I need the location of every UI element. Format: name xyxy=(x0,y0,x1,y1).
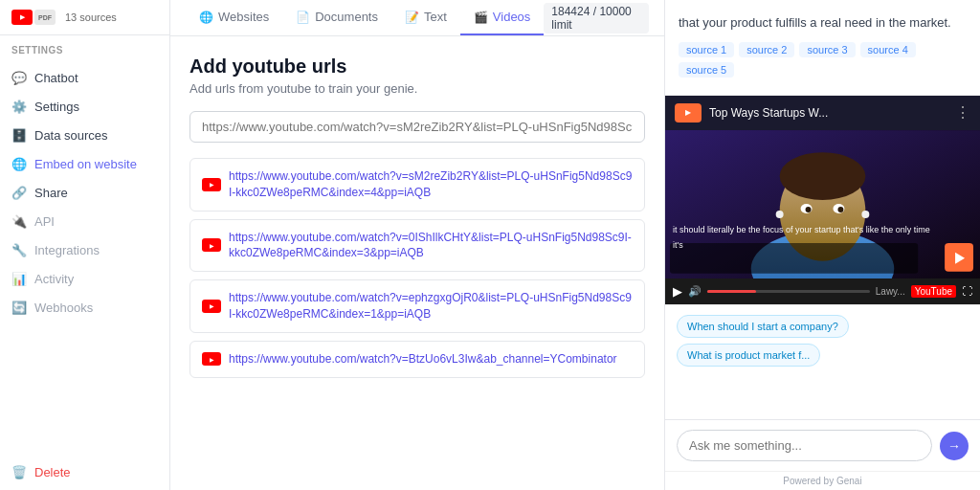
sidebar-item-share-label: Share xyxy=(34,186,68,200)
source-tag-4[interactable]: source 4 xyxy=(860,42,916,57)
chat-response-text: that your product fulfills a real need i… xyxy=(679,13,967,33)
play-button[interactable]: ▶ xyxy=(673,284,682,299)
url-input[interactable] xyxy=(189,111,645,143)
video-youtube-badge xyxy=(675,103,702,122)
url-input-container xyxy=(189,111,645,143)
video-title-row: Top Ways Startups W... xyxy=(675,103,828,122)
channel-label: Lawy... xyxy=(876,286,905,297)
youtube-icon-1 xyxy=(202,178,221,191)
svg-point-9 xyxy=(776,210,784,217)
sidebar: PDF 13 sources SETTINGS 💬 Chatbot ⚙️ Set… xyxy=(0,0,170,490)
tab-text-label: Text xyxy=(424,10,447,24)
sidebar-item-webhooks-label: Webhooks xyxy=(34,301,93,315)
tabs-right: 184424 / 10000 limit xyxy=(544,3,649,33)
suggested-q-2[interactable]: What is product market f... xyxy=(677,344,820,367)
tab-websites[interactable]: 🌐 Websites xyxy=(186,0,282,35)
tab-websites-label: Websites xyxy=(218,10,269,24)
sidebar-item-api-label: API xyxy=(34,214,55,229)
activity-icon: 📊 xyxy=(11,271,27,286)
videos-tab-icon: 🎬 xyxy=(474,11,488,24)
chat-input[interactable] xyxy=(677,430,932,461)
tab-text[interactable]: 📝 Text xyxy=(391,0,460,35)
integrations-icon: 🔧 xyxy=(11,242,27,257)
sidebar-item-settings-label: Settings xyxy=(34,100,79,114)
video-frame-svg xyxy=(665,130,980,278)
powered-by: Powered by Genai xyxy=(665,471,980,490)
url-text-2[interactable]: https://www.youtube.com/watch?v=0IShIlkC… xyxy=(229,230,633,262)
sidebar-item-chatbot[interactable]: 💬 Chatbot xyxy=(0,63,169,92)
sidebar-item-api[interactable]: 🔌 API xyxy=(0,207,169,235)
volume-icon[interactable]: 🔊 xyxy=(688,285,702,298)
video-overlay-text: it should literally be the focus of your… xyxy=(673,225,930,250)
source-tag-5[interactable]: source 5 xyxy=(679,62,734,78)
url-list: https://www.youtube.com/watch?v=sM2reZib… xyxy=(189,158,645,384)
api-icon: 🔌 xyxy=(11,213,27,229)
send-button[interactable] xyxy=(940,432,969,460)
settings-icon: ⚙️ xyxy=(11,99,27,114)
delete-button[interactable]: 🗑️ Delete xyxy=(0,458,169,486)
limit-badge: 184424 / 10000 limit xyxy=(544,3,649,33)
fullscreen-icon[interactable]: ⛶ xyxy=(962,285,972,297)
delete-icon: 🗑️ xyxy=(11,465,27,479)
sidebar-item-activity[interactable]: 📊 Activity xyxy=(0,264,169,293)
video-thumbnail[interactable]: it should literally be the focus of your… xyxy=(665,130,980,278)
sidebar-brand: PDF 13 sources xyxy=(11,10,117,25)
settings-section-label: SETTINGS xyxy=(0,35,169,59)
video-container: Top Ways Startups W... ⋮ xyxy=(665,96,980,304)
documents-tab-icon: 📄 xyxy=(296,11,310,24)
tab-documents-label: Documents xyxy=(315,10,378,24)
source-tag-2[interactable]: source 2 xyxy=(739,42,794,57)
right-panel: that your product fulfills a real need i… xyxy=(664,0,980,490)
youtube-logo: YouTube xyxy=(911,285,956,298)
sidebar-item-data-sources-label: Data sources xyxy=(34,128,108,143)
youtube-brand-icon xyxy=(11,10,33,25)
url-text-1[interactable]: https://www.youtube.com/watch?v=sM2reZib… xyxy=(229,168,633,201)
url-text-4[interactable]: https://www.youtube.com/watch?v=BtzUo6vL… xyxy=(229,351,617,368)
chat-response: that your product fulfills a real need i… xyxy=(665,0,980,96)
delete-label: Delete xyxy=(34,465,71,479)
suggested-questions: When should I start a company? What is p… xyxy=(665,304,980,376)
tab-videos-label: Videos xyxy=(493,10,531,24)
sidebar-item-integrations[interactable]: 🔧 Integrations xyxy=(0,235,169,264)
source-tags: source 1 source 2 source 3 source 4 sour… xyxy=(679,42,967,78)
url-text-3[interactable]: https://www.youtube.com/watch?v=ephzgxgO… xyxy=(229,290,633,323)
sidebar-item-data-sources[interactable]: 🗄️ Data sources xyxy=(0,121,169,149)
pdf-brand-icon: PDF xyxy=(34,10,56,25)
share-icon: 🔗 xyxy=(11,185,27,200)
svg-point-8 xyxy=(837,206,843,212)
video-header: Top Ways Startups W... ⋮ xyxy=(665,96,980,130)
sidebar-item-embed[interactable]: 🌐 Embed on website xyxy=(0,149,169,178)
data-sources-icon: 🗄️ xyxy=(11,127,27,143)
sidebar-item-chatbot-label: Chatbot xyxy=(34,71,78,85)
video-controls: ▶ 🔊 Lawy... YouTube ⛶ xyxy=(665,278,980,304)
main-content: 🌐 Websites 📄 Documents 📝 Text 🎬 Videos 1… xyxy=(170,0,664,490)
page-subtitle: Add urls from youtube to train your geni… xyxy=(189,81,645,96)
chat-input-area xyxy=(665,419,980,471)
sidebar-item-webhooks[interactable]: 🔄 Webhooks xyxy=(0,293,169,322)
sidebar-item-settings[interactable]: ⚙️ Settings xyxy=(0,92,169,121)
sources-count: 13 sources xyxy=(65,11,117,23)
video-menu-icon[interactable]: ⋮ xyxy=(955,103,970,122)
video-title: Top Ways Startups W... xyxy=(709,106,828,120)
page-title: Add youtube urls xyxy=(189,56,645,78)
source-tag-1[interactable]: source 1 xyxy=(679,42,734,57)
url-item-4: https://www.youtube.com/watch?v=BtzUo6vL… xyxy=(189,341,645,378)
url-item-3: https://www.youtube.com/watch?v=ephzgxgO… xyxy=(189,279,645,333)
text-tab-icon: 📝 xyxy=(405,11,419,24)
sidebar-item-share[interactable]: 🔗 Share xyxy=(0,178,169,207)
sidebar-item-integrations-label: Integrations xyxy=(34,243,100,257)
tab-videos[interactable]: 🎬 Videos xyxy=(460,0,545,35)
source-tag-3[interactable]: source 3 xyxy=(799,42,855,57)
url-item-1: https://www.youtube.com/watch?v=sM2reZib… xyxy=(189,158,645,212)
youtube-icon-3 xyxy=(202,300,221,313)
youtube-icon-2 xyxy=(202,238,221,252)
sidebar-item-activity-label: Activity xyxy=(34,272,74,286)
webhooks-icon: 🔄 xyxy=(11,300,27,315)
suggested-q-1[interactable]: When should I start a company? xyxy=(677,315,849,338)
content-area: Add youtube urls Add urls from youtube t… xyxy=(170,36,664,490)
progress-bar[interactable] xyxy=(707,290,870,293)
sidebar-nav: 💬 Chatbot ⚙️ Settings 🗄️ Data sources 🌐 … xyxy=(0,59,169,490)
websites-tab-icon: 🌐 xyxy=(199,11,213,24)
brand-icons: PDF xyxy=(11,10,56,25)
tab-documents[interactable]: 📄 Documents xyxy=(282,0,391,35)
